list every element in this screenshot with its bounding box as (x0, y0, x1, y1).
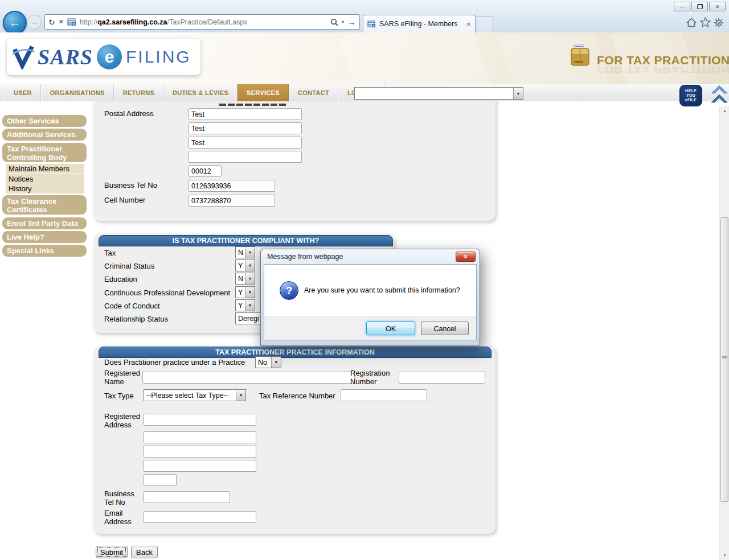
compliance-cpd-select[interactable]: Y ▼ (235, 286, 255, 298)
help-you-efile-badge[interactable]: HELP YOU eFILE (679, 85, 702, 106)
taxpayer-select-value (355, 88, 513, 99)
forward-icon: → (31, 18, 38, 27)
postal-address-line4-input[interactable] (189, 151, 302, 163)
scroll-down-button[interactable]: ▼ (720, 550, 729, 560)
logo-filing-text: FILING (126, 47, 191, 67)
help-badge-line: HELP (680, 89, 702, 93)
sidebar-item-history[interactable]: History (6, 184, 84, 193)
scroll-up-button[interactable]: ▲ (720, 106, 729, 116)
confirm-dialog: Message from webpage ✕ ? Are you sure yo… (260, 249, 480, 346)
nav-item-returns[interactable]: RETURNS (114, 84, 163, 101)
logo-e-circle: e (97, 44, 122, 69)
tax-practitioners-banner: FOR TAX PRACTITIONERS (597, 53, 729, 67)
taxpayer-select[interactable]: ▼ (354, 87, 523, 100)
sidebar-item-additional-services[interactable]: Additional Services (2, 129, 87, 141)
back-button[interactable]: ← (3, 11, 27, 35)
tax-ref-input[interactable] (341, 389, 427, 401)
close-icon: ✕ (715, 4, 720, 10)
address-bar[interactable]: ↻ ✕ http://qa2.sarsefiling.co.za/TaxPrac… (44, 14, 360, 30)
sars-check-icon (11, 44, 35, 69)
back-button-form[interactable]: Back (131, 546, 158, 558)
refresh-icon[interactable]: ↻ (48, 18, 55, 27)
search-icon[interactable] (330, 18, 338, 26)
registered-address-line1-input[interactable] (144, 414, 256, 426)
practice-question-select[interactable]: No ▼ (255, 356, 281, 368)
browser-chrome: — ✕ ← → ↻ ✕ (0, 0, 729, 33)
compliance-tax-select[interactable]: N ▼ (235, 246, 255, 258)
chevron-down-icon: ▼ (236, 390, 245, 401)
sidebar-item-tax-practitioner-controlling-body[interactable]: Tax Practitioner Controlling Body (2, 143, 87, 162)
compliance-criminal-select[interactable]: Y ▼ (235, 260, 255, 271)
restore-button[interactable] (691, 2, 708, 11)
cell-number-input[interactable] (189, 195, 275, 207)
logo-sars-text: SARS (38, 44, 93, 69)
compliance-criminal-label: Criminal Status (104, 262, 154, 270)
registered-address-line4-input[interactable] (144, 460, 256, 472)
registered-name-input[interactable] (142, 372, 355, 384)
nav-item-duties-levies[interactable]: DUTIES & LEVIES (163, 84, 237, 101)
sidebar-item-maintain-members[interactable]: Maintain Members (6, 164, 84, 174)
registration-number-input[interactable] (399, 372, 485, 384)
postal-address-line3-input[interactable] (189, 137, 302, 149)
sars-efiling-logo: SARS e FILING (7, 39, 200, 75)
dialog-title: Message from webpage (267, 253, 343, 261)
email-address-input[interactable] (144, 511, 256, 523)
sidebar-item-tax-clearance-certificates[interactable]: Tax Clearance Certificates (2, 195, 87, 215)
practice-panel-title: TAX PRACTITIONER PRACTICE INFORMATION (99, 347, 492, 358)
practice-business-tel-label: Business Tel No (104, 489, 140, 507)
minimize-button[interactable]: — (674, 2, 690, 11)
compliance-panel-title: IS TAX PRACTITIONER COMPLIANT WITH? (99, 235, 393, 246)
close-window-button[interactable]: ✕ (709, 2, 726, 11)
scrollbar-thumb[interactable] (720, 217, 728, 502)
url-text[interactable]: http://qa2.sarsefiling.co.za/TaxPractice… (80, 18, 327, 26)
tax-type-select[interactable]: --Please select Tax Type-- ▼ (144, 389, 246, 401)
sidebar-item-live-help[interactable]: Live Help? (2, 231, 87, 243)
nav-item-contact[interactable]: CONTACT (289, 84, 338, 101)
dialog-body: ? Are you sure you want to submit this i… (264, 264, 477, 340)
go-icon[interactable]: → (347, 17, 356, 27)
compliance-education-value: N (236, 273, 245, 284)
postal-code-input[interactable] (189, 165, 222, 177)
search-dropdown-icon[interactable]: ▾ (342, 19, 344, 24)
nav-item-user[interactable]: USER (5, 84, 41, 101)
tab-close-icon[interactable]: ✕ (466, 21, 471, 27)
compliance-education-select[interactable]: N ▼ (235, 273, 255, 285)
vertical-scrollbar[interactable]: ▲ ▼ (719, 106, 729, 560)
sidebar-item-other-services[interactable]: Other Services (2, 115, 87, 127)
collapse-chevrons-icon[interactable] (710, 84, 729, 107)
postal-address-line2-input[interactable] (189, 122, 302, 134)
nav-item-organisations[interactable]: ORGANISATIONS (41, 84, 114, 101)
registered-address-line2-input[interactable] (144, 431, 256, 443)
submit-button[interactable]: Submit (96, 546, 128, 558)
mailbox-icon (567, 43, 593, 71)
browser-tab[interactable]: SARS eFiling - Members ✕ (363, 15, 476, 32)
compliance-conduct-value: Y (236, 300, 245, 311)
nav-item-services[interactable]: SERVICES (237, 84, 289, 101)
practice-business-tel-input[interactable] (144, 491, 230, 503)
home-icon[interactable] (686, 18, 697, 27)
registered-address-code-input[interactable] (144, 474, 177, 486)
tax-type-value: --Please select Tax Type-- (144, 390, 236, 401)
stop-icon[interactable]: ✕ (59, 18, 64, 26)
postal-address-line1-input[interactable] (189, 108, 302, 120)
chevron-down-icon: ▼ (271, 357, 281, 368)
sidebar-item-notices[interactable]: Notices (6, 174, 84, 184)
ok-button[interactable]: OK (366, 322, 415, 335)
business-tel-input[interactable] (189, 180, 275, 192)
site-header: SARS e FILING FOR TAX PRACTITIONERS FOR … (0, 32, 729, 84)
tools-gear-icon[interactable] (714, 18, 724, 28)
cell-number-label: Cell Number (104, 196, 145, 204)
dialog-close-button[interactable]: ✕ (456, 252, 476, 262)
compliance-tax-value: N (236, 247, 245, 258)
registered-address-line3-input[interactable] (144, 446, 256, 458)
forward-button[interactable]: → (27, 15, 42, 30)
compliance-criminal-value: Y (236, 260, 245, 271)
favorites-star-icon[interactable] (700, 17, 711, 27)
compliance-conduct-select[interactable]: Y ▼ (235, 299, 255, 311)
clipped-element-fragment (219, 104, 288, 106)
new-tab-stub[interactable] (477, 16, 493, 33)
sidebar-item-enrol-3rd-party-data[interactable]: Enrol 3rd Party Data (2, 217, 87, 229)
sidebar-item-special-links[interactable]: Special Links (2, 245, 87, 257)
cancel-button[interactable]: Cancel (421, 322, 469, 335)
chevron-down-icon: ▼ (245, 273, 255, 284)
